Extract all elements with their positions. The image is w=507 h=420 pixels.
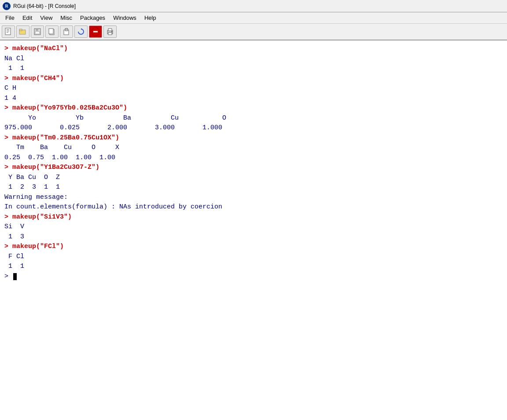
console-line: Na Cl (4, 54, 503, 64)
console-line: C H (4, 84, 503, 94)
toolbar (0, 24, 507, 40)
svg-rect-13 (66, 28, 67, 29)
menu-misc[interactable]: Misc (57, 14, 76, 22)
console-line: 1 3 (4, 232, 503, 242)
console-area[interactable]: > makeup("NaCl")Na Cl 1 1> makeup("CH4")… (0, 40, 507, 420)
print-icon (106, 28, 114, 36)
svg-rect-1 (7, 29, 9, 30)
menu-windows[interactable]: Windows (110, 14, 140, 22)
console-line: 1 2 3 1 1 (4, 183, 503, 193)
console-line: Warning message: (4, 193, 503, 203)
svg-rect-8 (35, 32, 40, 34)
svg-rect-16 (93, 31, 98, 33)
svg-rect-10 (49, 29, 53, 34)
copy-icon (48, 28, 56, 36)
menu-bar: File Edit View Misc Packages Windows Hel… (0, 12, 507, 24)
open-file-button[interactable] (16, 26, 29, 38)
window-title: RGui (64-bit) - [R Console] (13, 3, 76, 9)
console-line: 1 4 (4, 94, 503, 104)
console-line: Tm Ba Cu O X (4, 143, 503, 153)
svg-rect-19 (108, 33, 112, 35)
menu-view[interactable]: View (37, 14, 56, 22)
prompt-symbol: > (4, 272, 12, 282)
r-logo-icon: R (3, 2, 11, 10)
console-line: > makeup("NaCl") (4, 44, 503, 54)
cursor[interactable] (13, 273, 17, 280)
svg-rect-2 (7, 31, 9, 31)
save-icon (33, 28, 41, 36)
menu-file[interactable]: File (2, 14, 18, 22)
title-bar: R RGui (64-bit) - [R Console] (0, 0, 507, 12)
console-line: > makeup("Y1Ba2Cu3O7-Z") (4, 163, 503, 173)
copy-button[interactable] (45, 26, 59, 38)
svg-rect-0 (5, 28, 11, 35)
console-line: 975.000 0.025 2.000 3.000 1.000 (4, 123, 503, 133)
svg-rect-7 (36, 29, 38, 31)
console-line: Y Ba Cu O Z (4, 173, 503, 183)
new-script-icon (4, 28, 12, 36)
console-line: > makeup("CH4") (4, 74, 503, 84)
svg-point-20 (111, 31, 112, 32)
svg-rect-5 (19, 29, 22, 31)
console-line: > makeup("Yo975Yb0.025Ba2Cu3O") (4, 103, 503, 113)
console-line: > makeup("FCl") (4, 242, 503, 252)
stop-icon (91, 27, 100, 36)
console-line: Yo Yb Ba Cu O (4, 113, 503, 124)
svg-rect-3 (7, 32, 8, 33)
console-line: > makeup("Si1V3") (4, 212, 503, 223)
console-line: > makeup("Tm0.25Ba0.75Cu1OX") (4, 133, 503, 143)
console-line: F Cl (4, 252, 503, 262)
console-line: 0.25 0.75 1.00 1.00 1.00 (4, 153, 503, 163)
console-line: In count.elements(formula) : NAs introdu… (4, 202, 503, 212)
svg-rect-18 (108, 29, 112, 31)
menu-packages[interactable]: Packages (77, 14, 109, 22)
refresh-button[interactable] (74, 26, 88, 38)
save-button[interactable] (31, 26, 44, 38)
menu-help[interactable]: Help (141, 14, 160, 22)
console-line: > (4, 272, 503, 282)
menu-edit[interactable]: Edit (19, 14, 36, 22)
paste-button[interactable] (60, 26, 73, 38)
refresh-icon (77, 28, 85, 36)
console-line: 1 1 (4, 262, 503, 272)
paste-icon (62, 28, 70, 36)
console-line: 1 1 (4, 64, 503, 74)
console-line: Si V (4, 222, 503, 232)
stop-button[interactable] (89, 26, 102, 38)
print-button[interactable] (103, 26, 117, 38)
new-script-button[interactable] (2, 26, 15, 38)
open-file-icon (19, 28, 27, 36)
